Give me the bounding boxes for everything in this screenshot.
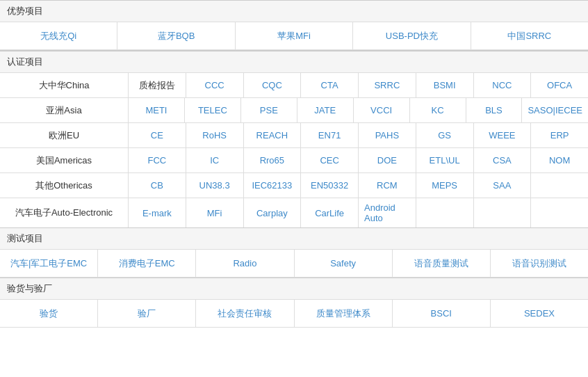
cert-row-americas: 美国Americas FCC IC Rro65 CEC DOE ETL\UL C… <box>0 148 588 173</box>
testing-item-5: 语音识别测试 <box>491 250 588 277</box>
cert-label-auto: 汽车电子Auto-Electronic <box>0 198 129 227</box>
inspection-item-5: SEDEX <box>491 300 588 327</box>
cert-china-ncc: NCC <box>474 73 532 97</box>
inspection-title: 验货与验厂 <box>0 278 588 300</box>
testing-item-4: 语音质量测试 <box>393 250 491 277</box>
cert-auto-carplay: Carplay <box>244 198 302 227</box>
cert-asia-vcci: VCCI <box>354 98 410 122</box>
cert-eu-reach: REACH <box>244 123 302 147</box>
inspection-item-4: BSCI <box>393 300 491 327</box>
cert-asia-bls: BLS <box>466 98 523 122</box>
cert-asia-telec: TELEC <box>185 98 241 122</box>
cert-auto-e3 <box>531 198 588 227</box>
cert-eu-pahs: PAHS <box>359 123 416 147</box>
cert-oth-empty <box>531 173 588 198</box>
cert-eu-weee: WEEE <box>474 123 532 147</box>
cert-auto-carlife: CarLife <box>301 198 359 227</box>
cert-row-eu: 欧洲EU CE RoHS REACH EN71 PAHS GS WEEE ERP <box>0 123 588 148</box>
cert-eu-erp: ERP <box>531 123 588 147</box>
inspection-section: 验货与验厂 验货 验厂 社会责任审核 质量管理体系 BSCI SEDEX <box>0 278 588 328</box>
cert-china-bsmi: BSMI <box>416 73 474 97</box>
cert-eu-gs: GS <box>416 123 474 147</box>
cert-china-srrc: SRRC <box>359 73 416 97</box>
inspection-item-0: 验货 <box>0 300 98 327</box>
advantage-section: 优势项目 无线充Qi 蓝牙BQB 苹果MFi USB-PD快充 中国SRRC <box>0 0 588 51</box>
cert-oth-cb: CB <box>129 173 186 198</box>
cert-asia-pse: PSE <box>241 98 297 122</box>
inspection-row: 验货 验厂 社会责任审核 质量管理体系 BSCI SEDEX <box>0 300 588 328</box>
advantage-item-4: 中国SRRC <box>471 22 588 49</box>
cert-oth-saa: SAA <box>474 173 532 198</box>
cert-china-cta: CTA <box>301 73 359 97</box>
cert-eu-en71: EN71 <box>301 123 359 147</box>
cert-oth-iec62133: IEC62133 <box>244 173 302 198</box>
cert-oth-meps: MEPS <box>416 173 474 198</box>
advantage-item-1: 蓝牙BQB <box>117 22 235 49</box>
cert-am-rro65: Rro65 <box>244 148 302 173</box>
cert-oth-en50332: EN50332 <box>301 173 359 198</box>
cert-asia-kc: KC <box>410 98 466 122</box>
cert-am-fcc: FCC <box>129 148 186 173</box>
cert-auto-mfi: MFi <box>186 198 244 227</box>
cert-auto-emark: E-mark <box>129 198 186 227</box>
inspection-item-1: 验厂 <box>98 300 196 327</box>
testing-item-1: 消费电子EMC <box>98 250 196 277</box>
advantage-item-1-label[interactable]: 蓝牙BQB <box>158 30 195 42</box>
cert-am-cec: CEC <box>301 148 359 173</box>
cert-row-auto: 汽车电子Auto-Electronic E-mark MFi Carplay C… <box>0 198 588 227</box>
advantage-item-0: 无线充Qi <box>0 22 117 49</box>
testing-item-3: Safety <box>295 250 393 277</box>
testing-item-0: 汽车|军工电子EMC <box>0 250 98 277</box>
cert-am-nom: NOM <box>531 148 588 173</box>
testing-title: 测试项目 <box>0 228 588 250</box>
inspection-item-3: 质量管理体系 <box>295 300 393 327</box>
advantage-row: 无线充Qi 蓝牙BQB 苹果MFi USB-PD快充 中国SRRC <box>0 22 588 50</box>
testing-section: 测试项目 汽车|军工电子EMC 消费电子EMC Radio Safety 语音质… <box>0 227 588 278</box>
cert-label-asia: 亚洲Asia <box>0 98 129 122</box>
inspection-item-2: 社会责任审核 <box>196 300 294 327</box>
testing-row: 汽车|军工电子EMC 消费电子EMC Radio Safety 语音质量测试 语… <box>0 250 588 278</box>
cert-auto-e2 <box>474 198 532 227</box>
cert-label-americas: 美国Americas <box>0 148 129 173</box>
advantage-item-0-label[interactable]: 无线充Qi <box>40 30 76 42</box>
cert-label-china: 大中华China <box>0 73 129 97</box>
cert-auto-e1 <box>416 198 474 227</box>
advantage-item-4-label[interactable]: 中国SRRC <box>507 30 551 42</box>
cert-row-asia: 亚洲Asia METI TELEC PSE JATE VCCI KC BLS S… <box>0 98 588 123</box>
cert-asia-meti: METI <box>129 98 185 122</box>
cert-china-ofca: OFCA <box>531 73 588 97</box>
cert-am-ic: IC <box>186 148 244 173</box>
cert-am-doe: DOE <box>359 148 416 173</box>
cert-eu-ce: CE <box>129 123 186 147</box>
cert-sublabel-china: 质检报告 <box>129 73 186 97</box>
cert-asia-jate: JATE <box>297 98 354 122</box>
advantage-item-3-label[interactable]: USB-PD快充 <box>386 30 438 42</box>
cert-am-etlul: ETL\UL <box>416 148 474 173</box>
cert-china-cqc: CQC <box>244 73 302 97</box>
certification-section: 认证项目 大中华China 质检报告 CCC CQC CTA SRRC BSMI… <box>0 51 588 227</box>
cert-auto-androidauto: Android Auto <box>359 198 416 227</box>
cert-oth-un383: UN38.3 <box>186 173 244 198</box>
advantage-item-2: 苹果MFi <box>236 22 353 49</box>
advantage-item-2-label[interactable]: 苹果MFi <box>277 30 311 42</box>
cert-am-csa: CSA <box>474 148 532 173</box>
cert-row-china: 大中华China 质检报告 CCC CQC CTA SRRC BSMI NCC … <box>0 73 588 98</box>
cert-label-eu: 欧洲EU <box>0 123 129 147</box>
advantage-title: 优势项目 <box>0 1 588 22</box>
advantage-item-3: USB-PD快充 <box>353 22 471 49</box>
cert-row-other: 其他Othericas CB UN38.3 IEC62133 EN50332 R… <box>0 173 588 198</box>
cert-china-ccc: CCC <box>186 73 244 97</box>
certification-title: 认证项目 <box>0 51 588 73</box>
testing-item-2: Radio <box>196 250 294 277</box>
cert-asia-saso: SASO|IECEE <box>522 98 588 122</box>
cert-label-other: 其他Othericas <box>0 173 129 198</box>
cert-eu-rohs: RoHS <box>186 123 244 147</box>
cert-oth-rcm: RCM <box>359 173 416 198</box>
